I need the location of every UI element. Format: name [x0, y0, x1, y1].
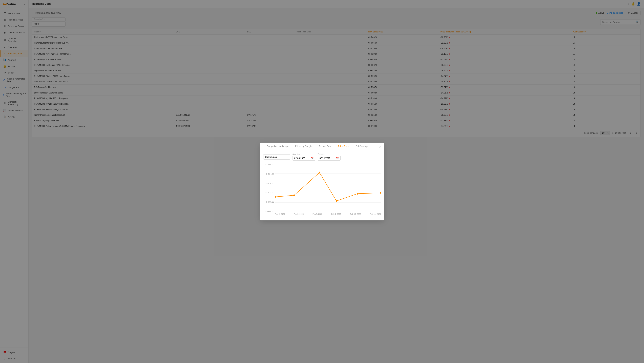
chart-point-3: [336, 200, 337, 202]
tab-prices-by-google[interactable]: Prices by Google: [292, 143, 315, 150]
tab-job-settings[interactable]: Job Settings: [353, 143, 372, 150]
x-axis: Feb 4, 2025 Feb 5, 2025 Feb 7, 2025 Feb …: [275, 212, 381, 217]
start-date-field: 📅: [292, 156, 315, 161]
y-label-0: CHF90.00: [266, 164, 274, 166]
start-date-input[interactable]: [294, 157, 310, 159]
y-label-1: CHF84.00: [266, 173, 274, 175]
date-range-select[interactable]: Custom date Last 7 days Last 30 days Las…: [263, 154, 290, 160]
price-trend-modal: ✕ Competitor Landscape Prices by Google …: [260, 143, 384, 220]
calendar-icon[interactable]: 📅: [311, 157, 314, 159]
start-date-label: Start date: [292, 153, 315, 155]
chart-point-2: [318, 172, 320, 174]
end-date-label: End date: [318, 153, 340, 155]
modal-body: Custom date Last 7 days Last 30 days Las…: [260, 150, 384, 220]
x-label-3: Feb 7, 2025: [331, 213, 341, 215]
modal-overlay[interactable]: ✕ Competitor Landscape Prices by Google …: [0, 0, 644, 363]
end-date-group: End date 📅: [318, 153, 340, 161]
y-label-3: CHF72.00: [266, 192, 274, 194]
tab-product-data[interactable]: Product Data: [315, 143, 335, 150]
x-label-4: Feb 10, 2025: [350, 213, 361, 215]
date-controls: Custom date Last 7 days Last 30 days Las…: [263, 153, 381, 161]
price-trend-chart: CHF90.00 CHF84.00 CHF78.00 CHF72.00 CHF6…: [263, 164, 381, 217]
y-label-4: CHF66.00: [266, 201, 274, 203]
chart-point-4: [357, 193, 358, 195]
x-label-1: Feb 5, 2025: [294, 213, 304, 215]
start-date-group: Start date 📅: [292, 153, 315, 161]
chart-line: [275, 173, 381, 201]
chart-point-5: [380, 192, 381, 194]
tab-price-trend[interactable]: Price Trend: [335, 143, 352, 150]
x-label-2: Feb 7, 2025: [312, 213, 322, 215]
end-date-field: 📅: [318, 156, 340, 161]
chart-point-0: [275, 196, 276, 198]
y-label-5: CHF60.00: [266, 210, 274, 212]
calendar-end-icon[interactable]: 📅: [336, 157, 339, 159]
modal-tabs: Competitor Landscape Prices by Google Pr…: [260, 143, 384, 150]
y-label-2: CHF78.00: [266, 182, 274, 184]
chart-inner: [275, 164, 381, 212]
end-date-input[interactable]: [320, 157, 335, 159]
x-label-0: Feb 4, 2025: [275, 213, 285, 215]
modal-close-button[interactable]: ✕: [379, 145, 382, 149]
tab-competitor-landscape[interactable]: Competitor Landscape: [263, 143, 292, 150]
date-range-select-wrapper: Custom date Last 7 days Last 30 days Las…: [263, 154, 290, 160]
chart-svg: [275, 164, 381, 212]
chart-point-1: [293, 194, 295, 196]
x-label-5: Feb 11, 2025: [370, 213, 381, 215]
y-axis: CHF90.00 CHF84.00 CHF78.00 CHF72.00 CHF6…: [263, 164, 275, 212]
